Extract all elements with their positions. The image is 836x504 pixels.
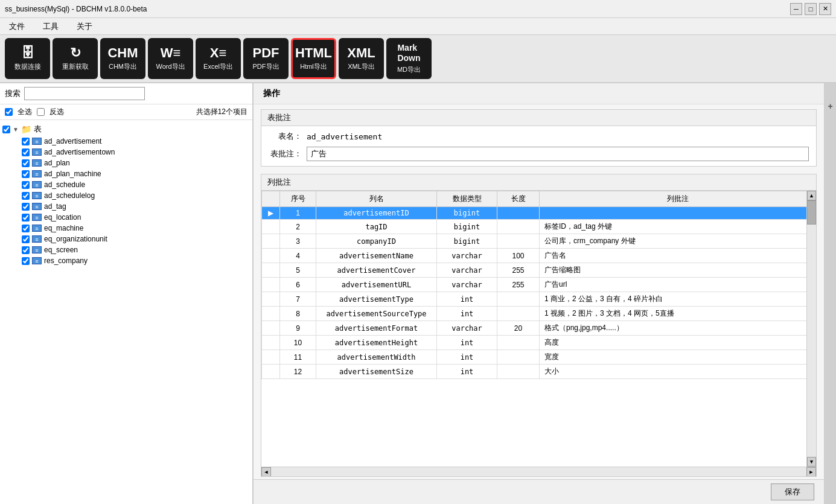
tree-item-checkbox-ad_schedule[interactable] xyxy=(22,181,30,189)
excel-export-label: Excel导出 xyxy=(203,62,233,71)
pdf-export-icon: PDF xyxy=(253,46,279,60)
pdf-export-button[interactable]: PDFPDF导出 xyxy=(243,38,289,79)
xml-export-button[interactable]: XMLXML导出 xyxy=(339,38,384,79)
tree-item-eq_location[interactable]: ≡eq_location xyxy=(0,212,252,223)
row-length xyxy=(497,307,540,321)
minimize-button[interactable]: ─ xyxy=(790,3,802,15)
table-row[interactable]: 3companyIDbigint公司库，crm_company 外键 xyxy=(262,234,816,249)
excel-export-button[interactable]: X≡Excel导出 xyxy=(196,38,241,79)
table-icon-eq_organizationunit: ≡ xyxy=(32,235,42,243)
close-button[interactable]: ✕ xyxy=(819,3,831,15)
row-no: 5 xyxy=(280,263,316,278)
md-export-button[interactable]: MarkDownMD导出 xyxy=(386,38,432,79)
tree-item-checkbox-ad_plan[interactable] xyxy=(22,159,30,167)
save-button[interactable]: 保存 xyxy=(771,483,814,500)
tree-item-checkbox-eq_location[interactable] xyxy=(22,214,30,222)
menu-item-工具[interactable]: 工具 xyxy=(34,18,68,35)
table-row[interactable]: 6advertisementURLvarchar255广告url xyxy=(262,278,816,292)
th-name: 列名 xyxy=(316,191,437,207)
table-row[interactable]: 11advertisementWidthint宽度 xyxy=(262,350,816,365)
tree-item-eq_organizationunit[interactable]: ≡eq_organizationunit xyxy=(0,234,252,244)
menu-item-文件[interactable]: 文件 xyxy=(0,18,34,35)
scroll-thumb[interactable] xyxy=(807,200,816,225)
row-length: 255 xyxy=(497,278,540,292)
row-data-type: int xyxy=(437,292,497,307)
tree-item-label-ad_tag: ad_tag xyxy=(44,202,66,211)
word-export-button[interactable]: W≡Word导出 xyxy=(148,38,193,79)
row-length xyxy=(497,207,540,220)
horizontal-scrollbar[interactable]: ◄ ► xyxy=(261,467,816,476)
row-data-type: int xyxy=(437,350,497,365)
table-row[interactable]: 9advertisementFormatvarchar20格式（png,jpg,… xyxy=(262,321,816,336)
tree-root[interactable]: ▼ 📁 表 xyxy=(0,123,252,136)
tree-item-checkbox-eq_screen[interactable] xyxy=(22,246,30,254)
tree-item-checkbox-ad_schedulelog[interactable] xyxy=(22,192,30,200)
tree-item-checkbox-ad_tag[interactable] xyxy=(22,203,30,211)
html-export-button[interactable]: HTMLHtml导出 xyxy=(291,38,336,79)
table-scroll-wrapper[interactable]: 序号 列名 数据类型 长度 列批注 ▶1advertisementIDbigin… xyxy=(261,191,816,467)
row-comment: 广告url xyxy=(540,278,816,292)
sidebar-plus-icon[interactable]: + xyxy=(828,101,832,111)
table-row[interactable]: 2tagIDbigint标签ID，ad_tag 外键 xyxy=(262,220,816,234)
tree-item-checkbox-eq_organizationunit[interactable] xyxy=(22,235,30,243)
row-data-type: int xyxy=(437,336,497,350)
scroll-track[interactable] xyxy=(807,200,816,457)
tree-item-eq_screen[interactable]: ≡eq_screen xyxy=(0,244,252,255)
h-scroll-right-button[interactable]: ► xyxy=(806,467,816,477)
tree-item-label-ad_advertisementown: ad_advertisementown xyxy=(44,148,115,156)
tree-item-checkbox-ad_advertisement[interactable] xyxy=(22,138,30,145)
table-row[interactable]: 8advertisementSourceTypeint1 视频，2 图片，3 文… xyxy=(262,307,816,321)
tree-item-ad_schedule[interactable]: ≡ad_schedule xyxy=(0,179,252,190)
maximize-button[interactable]: □ xyxy=(805,3,817,15)
tree-item-ad_advertisement[interactable]: ≡ad_advertisement xyxy=(0,136,252,147)
table-icon-ad_schedulelog: ≡ xyxy=(32,192,42,199)
search-label: 搜索 xyxy=(5,88,21,99)
row-no: 8 xyxy=(280,307,316,321)
vertical-scrollbar[interactable]: ▲ ▼ xyxy=(806,191,816,467)
tree-item-ad_advertisementown[interactable]: ≡ad_advertisementown xyxy=(0,147,252,158)
table-row[interactable]: 10advertisementHeightint高度 xyxy=(262,336,816,350)
col-section: 列批注 序号 列名 数据类型 长度 列批注 ▶1advert xyxy=(261,174,817,477)
row-no: 9 xyxy=(280,321,316,336)
table-row[interactable]: ▶1advertisementIDbigint xyxy=(262,207,816,220)
folder-icon: 📁 xyxy=(21,124,31,134)
refresh-icon: ↻ xyxy=(70,46,81,60)
table-comment-input[interactable] xyxy=(307,147,809,161)
row-no: 1 xyxy=(280,207,316,220)
row-length xyxy=(497,365,540,379)
refresh-button[interactable]: ↻重新获取 xyxy=(53,38,98,79)
row-data-type: varchar xyxy=(437,263,497,278)
tree-item-checkbox-res_company[interactable] xyxy=(22,257,30,265)
tree-item-checkbox-ad_plan_machine[interactable] xyxy=(22,170,30,178)
row-comment: 1 商业，2 公益，3 自有，4 碎片补白 xyxy=(540,292,816,307)
scroll-up-button[interactable]: ▲ xyxy=(807,191,816,200)
tree-item-ad_tag[interactable]: ≡ad_tag xyxy=(0,201,252,212)
h-scroll-left-button[interactable]: ◄ xyxy=(261,467,271,477)
right-panel: 操作 表批注 表名： ad_advertisement 表批注： 列批注 xyxy=(254,83,824,504)
scroll-down-button[interactable]: ▼ xyxy=(807,457,816,467)
row-arrow xyxy=(262,307,280,321)
table-row[interactable]: 4advertisementNamevarchar100广告名 xyxy=(262,249,816,263)
menu-item-关于[interactable]: 关于 xyxy=(68,18,101,35)
check-invert-checkbox[interactable] xyxy=(37,108,45,116)
chm-export-button[interactable]: CHMCHM导出 xyxy=(100,38,145,79)
tree-item-checkbox-ad_advertisementown[interactable] xyxy=(22,148,30,156)
row-no: 3 xyxy=(280,234,316,249)
tree-item-eq_machine[interactable]: ≡eq_machine xyxy=(0,223,252,234)
tree-container: ▼ 📁 表 ≡ad_advertisement≡ad_advertisement… xyxy=(0,120,252,504)
tree-item-ad_plan_machine[interactable]: ≡ad_plan_machine xyxy=(0,168,252,179)
check-all-checkbox[interactable] xyxy=(5,108,13,116)
tree-item-ad_schedulelog[interactable]: ≡ad_schedulelog xyxy=(0,190,252,201)
tree-item-res_company[interactable]: ≡res_company xyxy=(0,255,252,266)
row-comment: 广告缩略图 xyxy=(540,263,816,278)
table-row[interactable]: 12advertisementSizeint大小 xyxy=(262,365,816,379)
db-connect-button[interactable]: 🗄数据连接 xyxy=(5,38,50,79)
table-row[interactable]: 5advertisementCovervarchar255广告缩略图 xyxy=(262,263,816,278)
table-row[interactable]: 7advertisementTypeint1 商业，2 公益，3 自有，4 碎片… xyxy=(262,292,816,307)
tree-item-label-eq_screen: eq_screen xyxy=(44,246,78,254)
search-input[interactable] xyxy=(24,87,145,100)
tree-root-checkbox[interactable] xyxy=(2,126,10,133)
tree-item-checkbox-eq_machine[interactable] xyxy=(22,225,30,232)
tree-item-ad_plan[interactable]: ≡ad_plan xyxy=(0,158,252,168)
h-scroll-track[interactable] xyxy=(271,467,806,477)
